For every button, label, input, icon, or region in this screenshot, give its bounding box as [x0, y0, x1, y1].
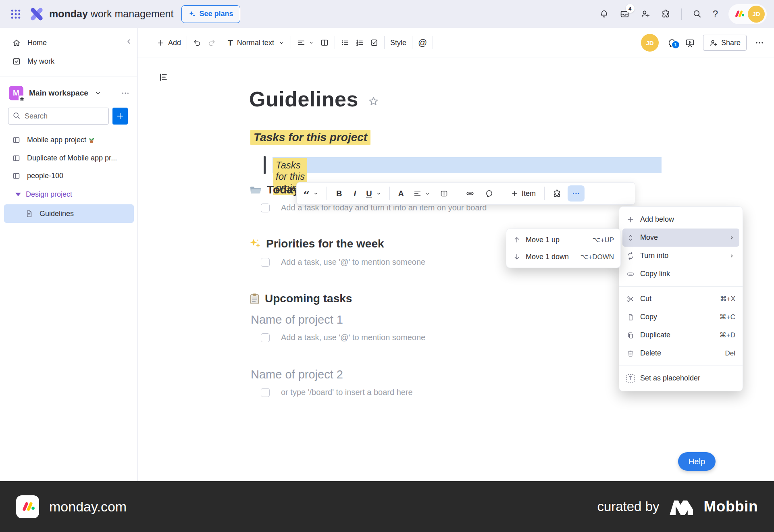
task-placeholder[interactable]: Add a task, use '@' to mention someone — [281, 258, 425, 267]
toolbar-divider — [291, 36, 291, 49]
account-pill[interactable]: JD — [728, 4, 767, 24]
apps-marketplace-icon[interactable] — [661, 9, 671, 19]
menu-item-copy[interactable]: Copy ⌘+C — [619, 308, 743, 326]
search-icon[interactable] — [692, 9, 702, 19]
text-selection — [273, 157, 662, 173]
collapse-sidebar-icon[interactable] — [124, 37, 133, 48]
more-options-icon[interactable] — [568, 185, 585, 202]
convert-to-item-button[interactable]: Item — [508, 189, 539, 198]
help-button[interactable]: Help — [678, 452, 716, 471]
apps-grid-icon[interactable] — [10, 8, 22, 20]
menu-item-duplicate[interactable]: Duplicate ⌘+D — [619, 326, 743, 344]
menu-item-cut[interactable]: Cut ⌘+X — [619, 290, 743, 308]
board-label: Duplicate of Mobile app pr... — [27, 154, 117, 162]
priorities-heading[interactable]: Priorities for the week — [249, 237, 384, 250]
menu-item-copy-link[interactable]: Copy link — [619, 265, 743, 283]
doc-viewer-avatar[interactable]: JD — [641, 34, 659, 52]
upcoming-heading[interactable]: Upcoming tasks — [249, 292, 352, 305]
floating-format-toolbar: “ B I U A Item — [296, 182, 635, 205]
triangle-down-icon[interactable] — [15, 193, 21, 196]
project-1-heading[interactable]: Name of project 1 — [251, 313, 343, 326]
chevron-right-icon — [728, 252, 735, 260]
layout-columns-icon[interactable] — [320, 38, 329, 47]
doc-more-options-icon[interactable] — [755, 38, 764, 48]
user-avatar[interactable]: JD — [748, 6, 765, 23]
underline-button[interactable]: U — [366, 189, 372, 198]
menu-label: Turn into — [640, 251, 668, 260]
checklist-icon[interactable] — [370, 38, 379, 47]
search-box[interactable] — [8, 108, 109, 125]
invite-members-icon[interactable] — [640, 9, 650, 19]
layout-columns-icon[interactable] — [437, 189, 452, 198]
submenu-item-move-up[interactable]: Move 1 up ⌥+UP — [506, 231, 620, 248]
menu-shortcut: Del — [725, 349, 735, 357]
menu-item-set-as-placeholder[interactable]: T Set as placeholder — [619, 369, 743, 387]
style-button[interactable]: Style — [390, 39, 406, 47]
sidebar-item-guidelines[interactable]: Guidelines — [4, 204, 134, 223]
sidebar-item-design-project[interactable]: Design project — [5, 186, 132, 202]
task-checkbox[interactable] — [261, 333, 270, 342]
sidebar-item-my-work[interactable]: My work — [5, 53, 132, 69]
notifications-bell-icon[interactable] — [599, 9, 609, 19]
toolbar-divider — [384, 36, 385, 49]
sidebar-item-board-2[interactable]: Duplicate of Mobile app pr... — [5, 150, 132, 166]
underline-dropdown[interactable]: U — [364, 189, 384, 198]
task-placeholder[interactable]: or type '/board' to insert a board here — [281, 388, 413, 397]
menu-item-move[interactable]: Move — [622, 229, 739, 247]
quote-style-dropdown[interactable]: “ — [301, 188, 321, 199]
task-checkbox[interactable] — [261, 258, 270, 267]
highlighted-heading[interactable]: Tasks for this project — [250, 130, 370, 145]
sidebar-item-board-1[interactable]: Mobile app project — [5, 132, 132, 148]
sparkle-icon — [188, 10, 196, 18]
align-dropdown[interactable] — [297, 38, 314, 47]
task-checkbox[interactable] — [261, 388, 270, 397]
align-dropdown[interactable] — [411, 189, 433, 198]
submenu-label: Move 1 up — [526, 236, 560, 244]
today-heading[interactable]: Today — [249, 183, 299, 196]
project-2-heading[interactable]: Name of project 2 — [251, 368, 343, 381]
menu-label: Set as placeholder — [640, 374, 700, 382]
present-mode-icon[interactable] — [685, 38, 695, 48]
sidebar-item-board-3[interactable]: people-100 — [5, 168, 132, 184]
undo-icon[interactable] — [193, 38, 202, 47]
monday-logo-tile — [16, 495, 39, 518]
see-plans-button[interactable]: See plans — [181, 5, 240, 23]
help-icon[interactable]: ? — [713, 8, 718, 20]
quote-icon: “ — [303, 193, 310, 199]
menu-item-add-below[interactable]: Add below — [619, 210, 743, 229]
chevron-right-icon — [728, 234, 735, 241]
sidebar-item-home[interactable]: Home — [5, 35, 132, 51]
text-style-dropdown[interactable]: T Normal text — [228, 38, 285, 48]
numbered-list-icon[interactable] — [355, 38, 364, 47]
workspace-avatar: M — [9, 86, 23, 100]
inbox-icon[interactable]: 4 — [620, 9, 630, 19]
bulleted-list-icon[interactable] — [341, 38, 350, 47]
add-comment-icon[interactable] — [481, 189, 497, 198]
doc-title[interactable]: Guidelines — [249, 87, 358, 111]
task-checkbox[interactable] — [261, 204, 270, 212]
add-board-button[interactable] — [112, 108, 128, 125]
bold-button[interactable]: B — [332, 189, 346, 198]
doc-outline-icon[interactable] — [158, 72, 169, 84]
menu-divider — [619, 286, 743, 287]
apps-icon[interactable] — [550, 189, 564, 198]
menu-item-turn-into[interactable]: Turn into — [619, 247, 743, 265]
italic-button[interactable]: I — [350, 189, 360, 198]
home-label: Home — [27, 39, 47, 47]
mention-icon[interactable]: @ — [418, 37, 427, 48]
favorite-star-icon[interactable] — [368, 96, 379, 107]
menu-item-delete[interactable]: Delete Del — [619, 344, 743, 362]
task-placeholder[interactable]: Add a task, use '@' to mention someone — [281, 333, 425, 342]
submenu-item-move-down[interactable]: Move 1 down ⌥+DOWN — [506, 248, 620, 265]
add-block-button[interactable]: Add — [156, 39, 181, 47]
workspace-header[interactable]: M Main workspace — [9, 85, 130, 102]
task-row: Add a task, use '@' to mention someone — [261, 258, 425, 267]
toolbar-divider — [389, 187, 390, 200]
text-color-button[interactable]: A — [395, 189, 407, 198]
doc-comments-icon[interactable]: 1 — [667, 38, 677, 48]
share-button[interactable]: Share — [703, 35, 747, 51]
workspace-search-input[interactable] — [8, 108, 109, 125]
workspace-menu-icon[interactable] — [121, 89, 130, 98]
clipboard-emoji-icon — [249, 293, 260, 305]
insert-link-icon[interactable] — [462, 189, 478, 198]
